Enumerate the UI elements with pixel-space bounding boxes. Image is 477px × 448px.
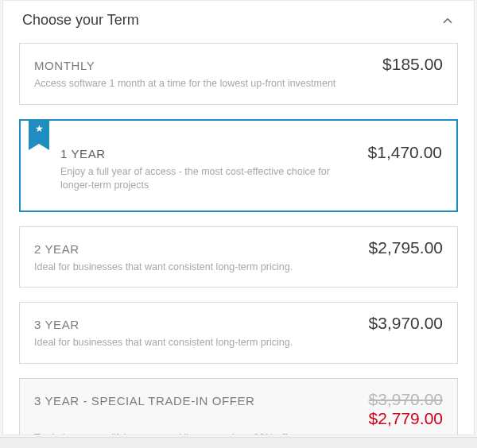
option-price-discount: $2,779.00 [369,409,443,428]
price-stack: $3,970.00 $2,779.00 [369,390,443,428]
option-name: 1 YEAR [60,147,106,160]
option-price: $2,795.00 [369,238,443,257]
star-ribbon-icon: ★ [29,120,49,144]
option-desc: Ideal for businesses that want consisten… [34,336,336,350]
chevron-up-icon[interactable] [440,14,455,28]
option-price: $185.00 [382,55,443,74]
option-name: 3 YEAR [34,318,80,331]
option-price-original: $3,970.00 [369,390,443,409]
term-option-3year[interactable]: 3 YEAR $3,970.00 Ideal for businesses th… [19,302,458,364]
option-name: 2 YEAR [34,242,80,256]
option-price: $3,970.00 [369,314,443,333]
option-desc: Trade in your qualifying perpetual licen… [34,431,336,436]
bottom-bar [0,437,477,448]
panel-title: Choose your Term [22,12,139,29]
option-name: 3 YEAR - SPECIAL TRADE-IN OFFER [34,394,255,407]
option-name: MONTHLY [34,59,95,72]
term-option-3year-tradein[interactable]: 3 YEAR - SPECIAL TRADE-IN OFFER $3,970.0… [19,378,458,436]
option-desc: Access software 1 month at a time for th… [34,77,336,91]
option-desc: Ideal for businesses that want consisten… [34,261,336,275]
panel-header[interactable]: Choose your Term [3,1,474,37]
term-option-1year[interactable]: ★ 1 YEAR $1,470.00 Enjoy a full year of … [19,119,458,212]
option-desc: Enjoy a full year of access - the most c… [60,165,363,193]
option-price: $1,470.00 [368,143,442,162]
term-option-monthly[interactable]: MONTHLY $185.00 Access software 1 month … [19,43,458,105]
term-panel: Choose your Term MONTHLY $185.00 Access … [2,0,475,435]
term-options: MONTHLY $185.00 Access software 1 month … [3,37,474,435]
term-option-2year[interactable]: 2 YEAR $2,795.00 Ideal for businesses th… [19,226,458,288]
